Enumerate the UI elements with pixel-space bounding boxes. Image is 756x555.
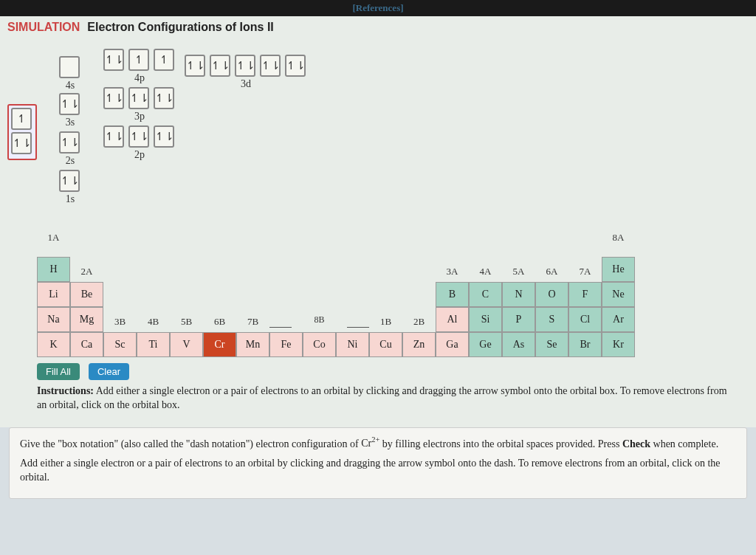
orbital-label-2s: 2s <box>59 155 81 167</box>
element-S[interactable]: S <box>535 307 568 332</box>
element-Mg[interactable]: Mg <box>70 307 103 332</box>
group-8A: 8A <box>602 232 635 248</box>
group-3B: 3B <box>103 307 137 332</box>
single-electron-icon[interactable]: ↿ <box>11 108 32 130</box>
element-N[interactable]: N <box>502 282 535 307</box>
element-Ca[interactable]: Ca <box>70 332 103 357</box>
orbital-label-3s: 3s <box>59 117 81 128</box>
element-Ga[interactable]: Ga <box>436 332 469 357</box>
group-4B: 4B <box>137 307 170 332</box>
element-Na[interactable]: Na <box>37 307 70 332</box>
question-text-2: Add either a single electron or a pair o… <box>20 457 736 485</box>
orbital-2s-0[interactable]: ↿⇂ <box>59 131 80 154</box>
question-ion: Cr2+ <box>361 438 379 449</box>
orbital-4p-0[interactable]: ↿⇂ <box>103 49 124 71</box>
element-Sc[interactable]: Sc <box>103 332 137 357</box>
orbital-label-3p: 3p <box>103 111 176 123</box>
orbital-4s-0[interactable] <box>59 56 80 78</box>
orbital-3p-1[interactable]: ↿⇂ <box>128 87 149 109</box>
pair-electron-icon[interactable]: ↿⇂ <box>11 132 32 154</box>
simulation-label: SIMULATION <box>7 21 80 33</box>
page-title: Electron Configurations of Ions II <box>87 21 273 33</box>
orbital-3p-2[interactable]: ↿⇂ <box>154 87 174 109</box>
group-5B: 5B <box>170 307 203 332</box>
group-3A: 3A <box>436 257 469 282</box>
fill-all-button[interactable]: Fill All <box>37 363 80 380</box>
element-Se[interactable]: Se <box>535 332 568 357</box>
element-Co[interactable]: Co <box>303 332 336 357</box>
group-6A: 6A <box>535 257 568 282</box>
orbital-4p-2[interactable]: ↿ <box>154 49 174 71</box>
element-Fe[interactable]: Fe <box>269 332 303 357</box>
orbital-3d-4[interactable]: ↿⇂ <box>285 55 306 77</box>
element-Cr[interactable]: Cr <box>203 332 236 357</box>
group-6B: 6B <box>203 307 236 332</box>
group-1B: 1B <box>369 307 402 332</box>
electron-drag-source[interactable]: ↿ ↿⇂ <box>7 104 37 160</box>
orbital-3d-2[interactable]: ↿⇂ <box>235 55 255 77</box>
element-C[interactable]: C <box>469 282 502 307</box>
question-check-word: Check <box>622 438 650 449</box>
orbital-diagram: ↿ ↿⇂ 4s ↿⇂ ↿ ↿ 4p ↿⇂ ↿⇂ ↿⇂ ↿⇂ ↿⇂ 3d ↿⇂ 3… <box>30 49 756 226</box>
orbital-2p-0[interactable]: ↿⇂ <box>103 125 124 148</box>
references-link[interactable]: [References] <box>0 0 756 16</box>
orbital-3d-1[interactable]: ↿⇂ <box>210 55 230 77</box>
element-Mn[interactable]: Mn <box>236 332 269 357</box>
orbital-1s-0[interactable]: ↿⇂ <box>59 170 80 192</box>
periodic-table: 1A 8A H 2A 3A 4A 5A 6A 7A He Li Be B C N… <box>37 232 734 357</box>
element-Al[interactable]: Al <box>436 307 469 332</box>
question-box: Give the "box notation" (also called the… <box>9 427 747 499</box>
orbital-2p-1[interactable]: ↿⇂ <box>128 125 149 148</box>
element-Be[interactable]: Be <box>70 282 103 307</box>
element-Zn[interactable]: Zn <box>402 332 436 357</box>
element-Ne[interactable]: Ne <box>602 282 635 307</box>
question-text-c: when complete. <box>653 438 719 449</box>
element-Cu[interactable]: Cu <box>369 332 402 357</box>
element-K[interactable]: K <box>37 332 70 357</box>
instructions-text: Instructions: Add either a single electr… <box>37 385 734 413</box>
element-P[interactable]: P <box>502 307 535 332</box>
orbital-2p-2[interactable]: ↿⇂ <box>154 125 174 148</box>
group-5A: 5A <box>502 257 535 282</box>
group-8B: 8B <box>269 307 369 332</box>
orbital-label-4p: 4p <box>103 72 176 84</box>
orbital-3d-0[interactable]: ↿⇂ <box>185 55 205 77</box>
orbital-4p-1[interactable]: ↿ <box>128 49 149 71</box>
header: SIMULATION Electron Configurations of Io… <box>0 16 756 40</box>
element-B[interactable]: B <box>436 282 469 307</box>
group-2A: 2A <box>70 257 103 282</box>
orbital-3d-3[interactable]: ↿⇂ <box>260 55 281 77</box>
element-Ni[interactable]: Ni <box>336 332 369 357</box>
orbital-label-2p: 2p <box>103 149 176 161</box>
orbital-label-4s: 4s <box>59 80 81 92</box>
question-text-a: Give the "box notation" (also called the… <box>20 438 361 449</box>
orbital-label-1s: 1s <box>59 193 81 205</box>
element-O[interactable]: O <box>535 282 568 307</box>
instructions-label: Instructions: <box>37 385 94 396</box>
element-Li[interactable]: Li <box>37 282 70 307</box>
group-7B: 7B <box>236 307 269 332</box>
element-F[interactable]: F <box>568 282 602 307</box>
element-He[interactable]: He <box>602 257 635 282</box>
orbital-3s-0[interactable]: ↿⇂ <box>59 93 80 115</box>
question-text-b: by filling electrons into the orbital sp… <box>382 438 622 449</box>
element-V[interactable]: V <box>170 332 203 357</box>
element-Ge[interactable]: Ge <box>469 332 502 357</box>
element-Ti[interactable]: Ti <box>137 332 170 357</box>
instructions-body: Add either a single electron or a pair o… <box>37 385 727 410</box>
group-1A: 1A <box>37 232 70 248</box>
element-Cl[interactable]: Cl <box>568 307 602 332</box>
orbital-label-3d: 3d <box>185 78 307 90</box>
group-7A: 7A <box>568 257 602 282</box>
element-As[interactable]: As <box>502 332 535 357</box>
element-Si[interactable]: Si <box>469 307 502 332</box>
group-2B: 2B <box>402 307 436 332</box>
group-4A: 4A <box>469 257 502 282</box>
clear-button[interactable]: Clear <box>89 363 129 380</box>
orbital-3p-0[interactable]: ↿⇂ <box>103 87 124 109</box>
element-H[interactable]: H <box>37 257 70 282</box>
element-Ar[interactable]: Ar <box>602 307 635 332</box>
element-Br[interactable]: Br <box>568 332 602 357</box>
element-Kr[interactable]: Kr <box>602 332 635 357</box>
